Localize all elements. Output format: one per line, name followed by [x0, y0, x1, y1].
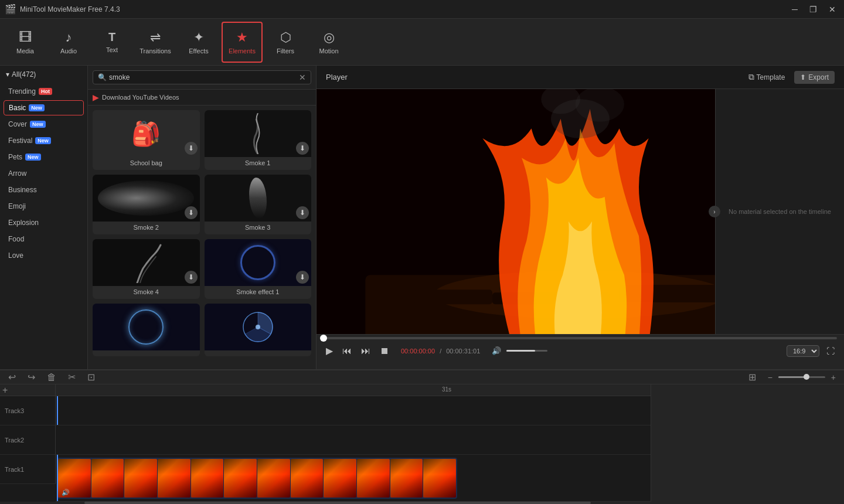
download-smoke3-button[interactable]: ⬇ [296, 206, 309, 219]
search-bar: 🔍 ✕ [88, 66, 316, 90]
download-smoke2-button[interactable]: ⬇ [185, 206, 198, 219]
download-bar-label: Download YouTube Videos [102, 94, 179, 101]
track1-label: Track1 [0, 455, 56, 484]
filters-icon: ⬡ [280, 30, 291, 45]
timeline: ↩ ↪ 🗑 ✂ ⊡ ⊞ − + + Track3 Track [0, 369, 844, 504]
close-button[interactable]: ✕ [825, 4, 839, 15]
grid-item-schoolbag[interactable]: 🎒 ⬇ School bag [93, 110, 200, 170]
toolbar-filters[interactable]: ⬡ Filters [265, 22, 306, 63]
grid-item-smoke2[interactable]: ⬇ Smoke 2 [93, 175, 200, 234]
explosion-label: Explosion [8, 219, 39, 227]
love-label: Love [8, 251, 23, 260]
toolbar-text[interactable]: T Text [91, 22, 132, 63]
smokeeffect1-label: Smoke effect 1 [205, 286, 312, 299]
track-area: 31s [56, 384, 651, 502]
stop-button[interactable]: ⏹ [377, 345, 392, 357]
grid-item-smokeeffect1[interactable]: ⬇ Smoke effect 1 [205, 239, 312, 299]
progress-handle[interactable] [320, 335, 327, 342]
sidebar-item-love[interactable]: Love [0, 247, 87, 264]
zoom-out-button[interactable]: − [764, 372, 776, 383]
skip-back-button[interactable]: ⏮ [340, 345, 354, 357]
right-panel: Player ⧉ Template ⬆ Export [316, 66, 844, 369]
search-input[interactable] [109, 73, 297, 81]
toolbar-motion[interactable]: ◎ Motion [308, 22, 349, 63]
sidebar-item-basic[interactable]: Basic New [4, 100, 84, 115]
restore-button[interactable]: ❐ [806, 4, 821, 15]
sidebar-item-business[interactable]: Business [0, 182, 87, 198]
toolbar-effects[interactable]: ✦ Effects [178, 22, 219, 63]
audio-icon: ♪ [66, 30, 72, 45]
skip-forward-button[interactable]: ⏭ [359, 345, 373, 357]
timeline-toolbar: ↩ ↪ 🗑 ✂ ⊡ ⊞ − + [0, 370, 844, 384]
smoke3-thumb: ⬇ [205, 175, 312, 222]
toolbar-audio[interactable]: ♪ Audio [48, 22, 89, 63]
progress-bar[interactable] [324, 337, 837, 339]
time-separator: 00:00:00:00 [401, 348, 435, 355]
svg-point-1 [256, 325, 260, 329]
sidebar-item-cover[interactable]: Cover New [0, 116, 87, 132]
download-bar[interactable]: ▶ Download YouTube Videos [88, 90, 316, 105]
redo-button[interactable]: ↪ [24, 370, 39, 384]
fullscreen-button[interactable]: ⛶ [824, 345, 837, 357]
effects-icon: ✦ [193, 30, 204, 45]
sidebar-item-festival[interactable]: Festival New [0, 132, 87, 149]
schoolbag-thumb: 🎒 ⬇ [93, 110, 200, 157]
sidebar-item-arrow[interactable]: Arrow [0, 165, 87, 182]
clip-volume-icon: 🔊 [62, 489, 70, 496]
sidebar-item-pets[interactable]: Pets New [0, 149, 87, 165]
grid-item-smoke4[interactable]: ⬇ Smoke 4 [93, 239, 200, 299]
sidebar-item-emoji[interactable]: Emoji [0, 198, 87, 214]
player-controls: ▶ ⏮ ⏭ ⏹ 00:00:00:00 / 00:00:31:01 🔊 16:9… [316, 334, 844, 369]
app-title: MiniTool MovieMaker Free 7.4.3 [20, 5, 120, 13]
video-preview: › No material selected on the timeline [316, 89, 844, 334]
food-label: Food [8, 235, 24, 243]
download-smoke1-button[interactable]: ⬇ [296, 142, 309, 155]
controls-row: ▶ ⏮ ⏭ ⏹ 00:00:00:00 / 00:00:31:01 🔊 16:9… [324, 344, 837, 357]
sidebar-item-food[interactable]: Food [0, 231, 87, 247]
smokeeffect1-thumb: ⬇ [205, 239, 312, 286]
timeline-scrollbar[interactable] [0, 502, 844, 504]
sidebar-item-trending[interactable]: Trending Hot [0, 83, 87, 100]
film-frame-11 [390, 459, 423, 498]
add-track-button[interactable]: + [2, 385, 8, 396]
video-clip[interactable]: 🔊 [57, 458, 457, 499]
delete-button[interactable]: 🗑 [43, 371, 60, 384]
smoke1-svg [243, 113, 273, 154]
cut-button[interactable]: ✂ [64, 370, 79, 384]
grid-item-smoke1[interactable]: ⬇ Smoke 1 [205, 110, 312, 170]
undo-button[interactable]: ↩ [5, 370, 19, 384]
download-smoke4-button[interactable]: ⬇ [185, 271, 198, 284]
toolbar-filters-label: Filters [277, 47, 294, 55]
film-frame-7 [257, 459, 290, 498]
volume-slider[interactable] [506, 350, 547, 352]
volume-button[interactable]: 🔊 [489, 345, 503, 356]
toolbar-transitions[interactable]: ⇌ Transitions [135, 22, 176, 63]
grid-item-8[interactable] [205, 304, 312, 356]
play-button[interactable]: ▶ [324, 344, 335, 357]
toolbar-elements[interactable]: ★ Elements [222, 22, 263, 63]
aspect-ratio-select[interactable]: 16:9 9:16 1:1 4:3 [787, 345, 819, 357]
crop-button[interactable]: ⊡ [84, 370, 98, 384]
festival-label: Festival [8, 137, 32, 145]
toolbar-text-label: Text [106, 46, 118, 53]
zoom-handle [804, 374, 809, 380]
download-schoolbag-button[interactable]: ⬇ [185, 142, 198, 155]
grid-item-smoke3[interactable]: ⬇ Smoke 3 [205, 175, 312, 234]
main-content: ▾ All(472) Trending Hot Basic New Cover … [0, 66, 844, 369]
collapse-panel-button[interactable]: › [709, 206, 720, 217]
template-button[interactable]: ⧉ Template [745, 70, 789, 84]
export-button[interactable]: ⬆ Export [794, 71, 835, 84]
all-count[interactable]: ▾ All(472) [0, 66, 87, 83]
download-smokeeffect1-button[interactable]: ⬇ [296, 271, 309, 284]
playhead [57, 396, 58, 425]
zoom-slider[interactable] [778, 376, 825, 378]
toolbar-media[interactable]: 🎞 Media [5, 22, 46, 63]
zoom-in-button[interactable]: + [828, 372, 839, 383]
grid-item-7[interactable] [93, 304, 200, 356]
item8-label [205, 350, 312, 356]
festival-badge: New [35, 137, 51, 144]
split-view-button[interactable]: ⊞ [745, 370, 760, 384]
sidebar-item-explosion[interactable]: Explosion [0, 214, 87, 231]
minimize-button[interactable]: ─ [788, 4, 801, 15]
clear-search-button[interactable]: ✕ [299, 73, 306, 82]
